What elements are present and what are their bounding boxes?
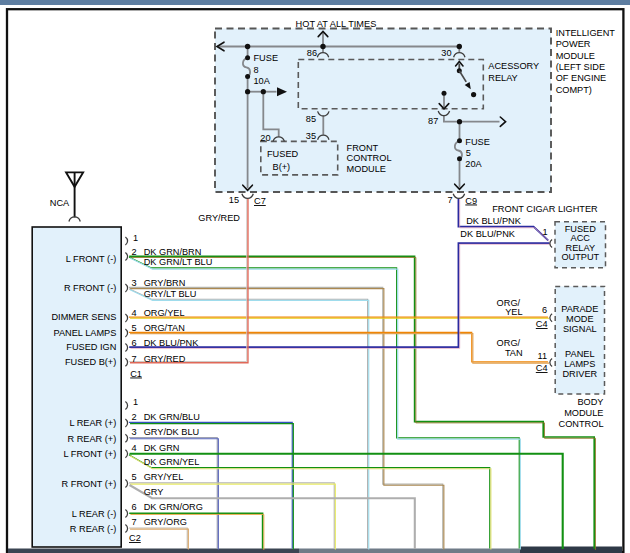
svg-text:B(+): B(+) (273, 162, 291, 172)
svg-text:1: 1 (133, 397, 138, 407)
svg-text:MODULE: MODULE (556, 51, 595, 61)
svg-text:R FRONT (-): R FRONT (-) (64, 283, 116, 293)
svg-text:ACC: ACC (571, 233, 591, 243)
svg-text:6: 6 (132, 338, 137, 348)
svg-text:GRY/LT BLU: GRY/LT BLU (144, 289, 197, 299)
svg-text:2: 2 (132, 412, 137, 422)
svg-text:4: 4 (132, 443, 137, 453)
svg-text:ACESSORY: ACESSORY (488, 61, 539, 71)
svg-text:OUTPUT: OUTPUT (561, 252, 599, 262)
svg-text:C7: C7 (254, 196, 266, 206)
svg-text:FUSE: FUSE (465, 137, 490, 147)
svg-text:86: 86 (307, 48, 317, 58)
svg-text:5: 5 (132, 323, 137, 333)
svg-text:87: 87 (428, 116, 438, 126)
svg-text:L FRONT (+): L FRONT (+) (63, 449, 116, 459)
svg-text:DK GRN/YEL: DK GRN/YEL (144, 457, 200, 467)
svg-text:30: 30 (441, 48, 451, 58)
svg-text:GRY/ORG: GRY/ORG (144, 517, 187, 527)
svg-text:85: 85 (306, 114, 316, 124)
svg-text:R REAR (+): R REAR (+) (68, 434, 117, 444)
svg-text:DK BLU/PNK: DK BLU/PNK (460, 229, 516, 239)
svg-text:ORG/: ORG/ (497, 298, 521, 308)
svg-text:2: 2 (132, 247, 137, 257)
svg-text:PANEL LAMPS: PANEL LAMPS (53, 328, 116, 338)
svg-text:6: 6 (132, 502, 137, 512)
svg-text:GRY/RED: GRY/RED (144, 354, 186, 364)
svg-text:DRIVER: DRIVER (562, 369, 597, 379)
svg-text:RELAY: RELAY (488, 73, 517, 83)
svg-text:DK BLU/PNK: DK BLU/PNK (144, 338, 200, 348)
svg-text:35: 35 (306, 131, 316, 141)
svg-text:11: 11 (537, 351, 547, 361)
svg-text:GRY/YEL: GRY/YEL (144, 472, 184, 482)
svg-text:DK BLU/PNK: DK BLU/PNK (466, 216, 522, 226)
svg-text:3: 3 (132, 427, 137, 437)
svg-text:NCA: NCA (50, 198, 70, 208)
svg-text:RELAY: RELAY (566, 243, 595, 253)
svg-text:ORG/TAN: ORG/TAN (144, 323, 185, 333)
svg-text:C4: C4 (536, 363, 548, 373)
svg-text:PANEL: PANEL (565, 349, 594, 359)
svg-text:CONTROL: CONTROL (559, 419, 604, 429)
svg-text:C9: C9 (465, 196, 477, 206)
svg-text:DK GRN: DK GRN (144, 443, 180, 453)
svg-text:20A: 20A (465, 159, 482, 169)
svg-text:FUSED: FUSED (565, 224, 597, 234)
svg-text:POWER: POWER (556, 39, 591, 49)
svg-text:DK GRN/BLU: DK GRN/BLU (144, 412, 200, 422)
svg-text:10A: 10A (254, 76, 271, 86)
svg-text:C1: C1 (130, 369, 142, 379)
svg-text:PARADE: PARADE (561, 304, 598, 314)
svg-text:L REAR (+): L REAR (+) (69, 418, 116, 428)
svg-text:8: 8 (254, 65, 259, 75)
svg-text:COMPT): COMPT) (556, 85, 592, 95)
svg-text:C4: C4 (536, 319, 548, 329)
svg-text:FUSED B(+): FUSED B(+) (65, 357, 116, 367)
svg-text:FRONT: FRONT (347, 143, 379, 153)
svg-text:DK GRN/BRN: DK GRN/BRN (144, 247, 202, 257)
svg-text:15: 15 (229, 195, 239, 205)
svg-text:MODULE: MODULE (347, 164, 386, 174)
svg-text:BODY: BODY (577, 397, 603, 407)
svg-text:GRY/DK BLU: GRY/DK BLU (144, 427, 199, 437)
svg-text:7: 7 (447, 195, 452, 205)
svg-text:INTELLIGENT: INTELLIGENT (556, 28, 616, 38)
svg-text:OF ENGINE: OF ENGINE (556, 73, 607, 83)
svg-text:FUSED IGN: FUSED IGN (66, 342, 116, 352)
svg-text:7: 7 (132, 354, 137, 364)
svg-text:5: 5 (132, 472, 137, 482)
svg-text:R REAR (-): R REAR (-) (70, 524, 116, 534)
svg-text:5: 5 (466, 148, 471, 158)
svg-text:4: 4 (132, 308, 137, 318)
svg-text:R FRONT (+): R FRONT (+) (62, 479, 117, 489)
svg-text:C2: C2 (129, 533, 141, 543)
svg-text:MODULE: MODULE (564, 408, 603, 418)
svg-text:SIGNAL: SIGNAL (563, 324, 597, 334)
svg-text:DK GRN/ORG: DK GRN/ORG (144, 502, 203, 512)
svg-text:FUSE: FUSE (254, 53, 279, 63)
svg-text:CONTROL: CONTROL (347, 153, 392, 163)
svg-text:6: 6 (542, 305, 547, 315)
svg-text:LAMPS: LAMPS (564, 359, 595, 369)
svg-text:3: 3 (132, 278, 137, 288)
svg-text:7: 7 (132, 517, 137, 527)
svg-text:DK GRN/LT BLU: DK GRN/LT BLU (144, 257, 213, 267)
svg-text:20: 20 (260, 133, 270, 143)
svg-text:GRY/RED: GRY/RED (198, 213, 240, 223)
svg-text:ORG/: ORG/ (497, 338, 521, 348)
svg-text:MODE: MODE (566, 314, 594, 324)
svg-text:1: 1 (542, 227, 547, 237)
svg-text:YEL: YEL (505, 307, 522, 317)
svg-text:HOT AT ALL TIMES: HOT AT ALL TIMES (296, 19, 377, 29)
svg-text:1: 1 (133, 233, 138, 243)
svg-text:FUSED: FUSED (267, 149, 299, 159)
svg-text:FRONT CIGAR LIGHTER: FRONT CIGAR LIGHTER (492, 204, 598, 214)
svg-text:L FRONT (-): L FRONT (-) (66, 254, 117, 264)
svg-text:GRY/BRN: GRY/BRN (144, 278, 186, 288)
svg-text:ORG/YEL: ORG/YEL (144, 308, 185, 318)
svg-text:(LEFT SIDE: (LEFT SIDE (556, 62, 605, 72)
svg-text:TAN: TAN (505, 348, 523, 358)
svg-text:L REAR (-): L REAR (-) (72, 509, 117, 519)
svg-text:GRY: GRY (144, 487, 164, 497)
